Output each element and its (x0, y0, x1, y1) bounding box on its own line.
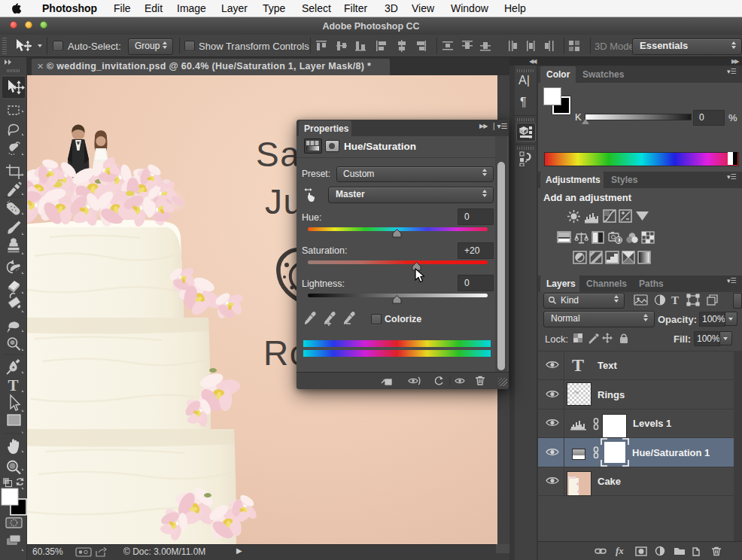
svg-text:fx: fx (616, 545, 624, 556)
svg-text:T: T (8, 376, 19, 394)
svg-text:T: T (671, 294, 679, 306)
